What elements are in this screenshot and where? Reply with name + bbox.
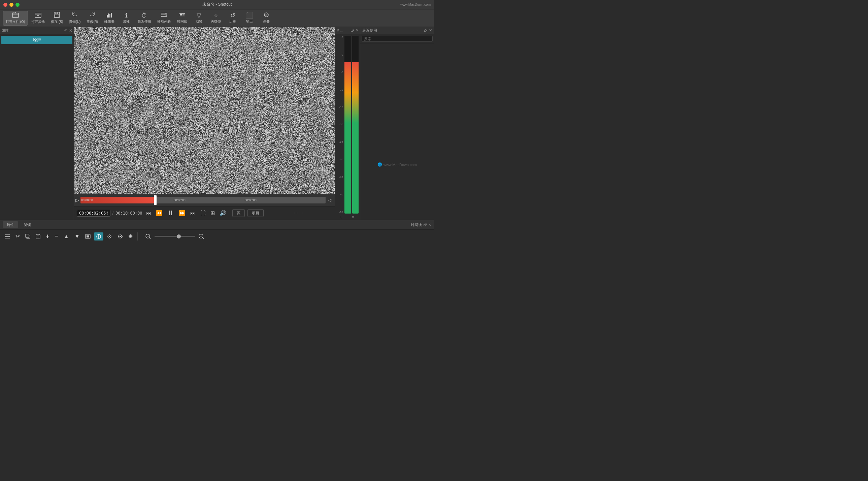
toolbar-timeline[interactable]: 时间线 xyxy=(174,11,190,26)
skip-end-button[interactable]: ⏭ xyxy=(189,210,197,217)
recent-search-input[interactable] xyxy=(362,36,433,42)
timestamp-0: 00:00:00 xyxy=(81,199,93,202)
toolbar-keyframe-label: 关键侦 xyxy=(211,19,221,24)
tl-ripple-button[interactable] xyxy=(105,233,114,241)
toolbar-open-other[interactable]: 打开其他 xyxy=(29,11,48,26)
recent-restore-button[interactable]: 🗗 xyxy=(424,28,428,33)
minimize-button[interactable] xyxy=(9,3,13,7)
zoom-out-button[interactable] xyxy=(143,232,153,241)
video-preview xyxy=(74,27,335,194)
tab-properties[interactable]: 属性 xyxy=(3,221,18,229)
properties-close-button[interactable]: ✕ xyxy=(69,28,72,33)
tl-paste-button[interactable] xyxy=(34,233,42,241)
step-forward-button[interactable]: ⏩ xyxy=(178,209,187,217)
svg-point-31 xyxy=(109,236,110,237)
toolbar-output-label: 输出 xyxy=(246,19,253,24)
tl-ripple-all-button[interactable] xyxy=(116,233,125,241)
toolbar-open-file[interactable]: 打开文件 (O) xyxy=(3,11,28,26)
skip-start-button[interactable]: ⏮ xyxy=(145,210,153,217)
svg-rect-16 xyxy=(183,14,185,16)
toolbar-save[interactable]: 保存 (S) xyxy=(48,11,66,26)
toolbar-properties[interactable]: ℹ 属性 xyxy=(118,11,134,26)
scrubber-handle[interactable] xyxy=(154,196,157,205)
output-icon: ⬛ xyxy=(246,12,253,19)
svg-rect-8 xyxy=(111,13,112,18)
recent-panel-header: 最近使用 🗗 ✕ xyxy=(360,27,434,34)
close-button[interactable] xyxy=(3,3,7,7)
timestamp-1: 00:03:00 xyxy=(174,199,186,202)
meter-fill-left xyxy=(344,62,351,214)
properties-panel-header: 属性 🗗 ✕ xyxy=(0,27,74,34)
toolbar-playlist-label: 播放列表 xyxy=(157,19,171,24)
time-display[interactable]: 00:00:02:05 ▲ ▼ xyxy=(77,210,111,217)
toolbar-tasks[interactable]: 任务 xyxy=(258,11,274,26)
maximize-button[interactable] xyxy=(16,3,20,7)
toolbar-keyframe[interactable]: ⟐ 关键侦 xyxy=(208,11,224,26)
tl-ripple-markers-button[interactable]: ✺ xyxy=(126,232,135,241)
watermark-globe-icon: 🌐 xyxy=(377,162,382,167)
scrubber-track[interactable]: 00:00:00 00:03:00 00:06:00 xyxy=(81,197,326,204)
grid-button[interactable]: ⊞ xyxy=(209,209,216,217)
svg-rect-23 xyxy=(26,234,29,238)
svg-line-38 xyxy=(149,238,151,239)
tl-snap-button[interactable] xyxy=(94,233,103,241)
tl-append-button[interactable]: + xyxy=(44,232,52,241)
toolbar-playlist[interactable]: 播放列表 xyxy=(155,11,174,26)
tab-filters[interactable]: 滤镜 xyxy=(20,221,35,229)
properties-panel: 属性 🗗 ✕ 噪声 xyxy=(0,27,74,220)
toolbar-peak-meter-label: 峰值表 xyxy=(104,19,115,24)
tl-lift-button[interactable]: ▲ xyxy=(62,232,71,241)
toolbar-open-other-label: 打开其他 xyxy=(31,20,45,24)
history-icon: ↺ xyxy=(230,12,235,19)
window-controls[interactable] xyxy=(3,3,20,7)
fullscreen-button[interactable]: ⛶ xyxy=(199,210,207,217)
zoom-slider-thumb[interactable] xyxy=(177,235,181,239)
toolbar-undo[interactable]: 撤销(U) xyxy=(66,11,83,26)
recent-close-button[interactable]: ✕ xyxy=(429,28,432,33)
toolbar-recent[interactable]: ⏱ 最近使用 xyxy=(135,11,154,26)
properties-restore-button[interactable]: 🗗 xyxy=(64,28,68,33)
recent-watermark: 🌐 www.MacDown.com xyxy=(377,162,417,167)
timestamp-2: 00:06:00 xyxy=(245,199,256,202)
toolbar-peak-meter[interactable]: 峰值表 xyxy=(101,11,118,26)
noise-label: 噪声 xyxy=(1,36,72,44)
tl-menu-button[interactable] xyxy=(3,233,12,240)
tl-overwrite-button[interactable]: ▼ xyxy=(72,232,82,241)
meter-bar-left xyxy=(344,36,351,214)
tl-copy-button[interactable] xyxy=(23,233,32,240)
toolbar-output[interactable]: ⬛ 输出 xyxy=(241,11,257,26)
step-back-button[interactable]: ⏪ xyxy=(155,209,164,217)
svg-rect-25 xyxy=(36,235,40,239)
timeline-icon xyxy=(179,12,185,19)
filter-icon: ▽ xyxy=(197,12,202,19)
scrubber-end-button[interactable]: ◁ xyxy=(327,198,333,203)
scrubber-bar[interactable]: ▷ 00:00:00 00:03:00 00:06:00 ◁ xyxy=(74,194,335,206)
tl-cut-button[interactable]: ✂ xyxy=(13,232,22,241)
scrubber-start-marker[interactable]: ▷ xyxy=(75,198,79,203)
properties-panel-controls: 🗗 ✕ xyxy=(64,28,72,33)
tl-clip-only-button[interactable] xyxy=(83,233,93,240)
zoom-slider[interactable] xyxy=(155,236,195,237)
zoom-area xyxy=(143,232,207,241)
total-time: 00:10:00:00 xyxy=(116,211,142,216)
recent-panel-title: 最近使用 xyxy=(362,28,377,33)
project-tab[interactable]: 项目 xyxy=(247,209,264,217)
toolbar-history[interactable]: ↺ 历史 xyxy=(224,11,241,26)
svg-rect-6 xyxy=(108,13,109,18)
timeline-restore-button[interactable]: 🗗 xyxy=(423,223,427,227)
timeline-close-button[interactable]: ✕ xyxy=(428,223,431,227)
time-stepper[interactable]: ▲ ▼ xyxy=(106,211,108,216)
audio-close-button[interactable]: ✕ xyxy=(355,28,359,33)
pause-button[interactable]: ⏸ xyxy=(166,209,176,218)
peak-meter-icon xyxy=(106,12,113,19)
recent-icon: ⏱ xyxy=(142,12,148,19)
volume-button[interactable]: 🔊 xyxy=(218,209,227,217)
time-separator: / xyxy=(113,211,114,216)
source-tab[interactable]: 源 xyxy=(232,209,245,217)
toolbar-redo[interactable]: 重做(R) xyxy=(84,11,101,26)
toolbar-filter[interactable]: ▽ 滤镜 xyxy=(191,11,207,26)
tl-remove-button[interactable]: − xyxy=(53,232,61,241)
meter-r-label: R xyxy=(352,216,354,219)
audio-restore-button[interactable]: 🗗 xyxy=(350,28,354,33)
zoom-in-button[interactable] xyxy=(196,232,207,241)
